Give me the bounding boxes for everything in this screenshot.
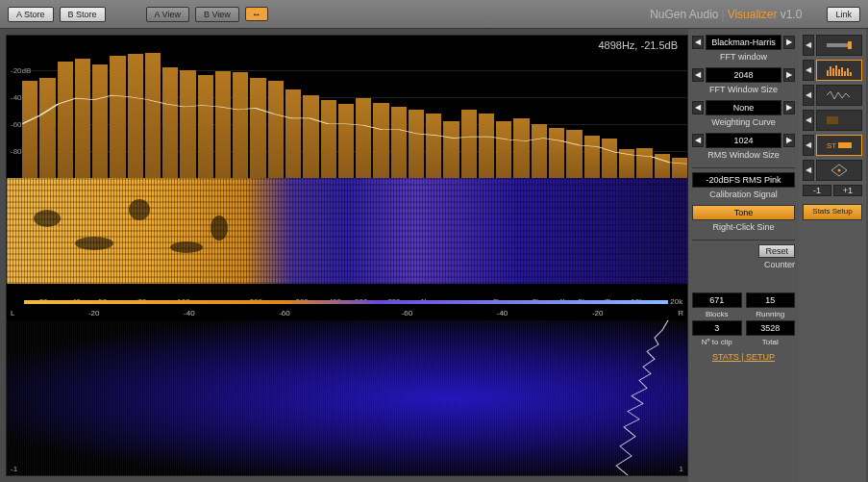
phase-scope[interactable]: -1 1	[7, 320, 687, 475]
fft-window-next[interactable]: ▶	[783, 36, 795, 49]
blocks-value: 671	[692, 292, 742, 308]
tool2-prev[interactable]: ◀	[803, 60, 814, 81]
weighting-label: Weighting Curve	[692, 117, 795, 127]
rms-size-label: RMS Window Size	[692, 150, 795, 160]
fft-window-label: FFT window	[692, 52, 795, 62]
phase-pos-label: 1	[680, 465, 683, 473]
svg-rect-9	[847, 68, 849, 76]
stats-setup-link[interactable]: STATS | SETUP	[692, 352, 795, 362]
spectrum-view-icon[interactable]	[816, 60, 862, 81]
stereo-meter: L R -20-40-60-60-40-20	[7, 307, 687, 320]
stereo-view-icon[interactable]: ST	[816, 135, 862, 156]
fft-size-field[interactable]: 2048	[706, 67, 781, 83]
svg-rect-13	[838, 142, 852, 148]
link-button[interactable]: Link	[827, 7, 860, 22]
calibration-label: Calibration Signal	[692, 190, 795, 199]
a-view-button[interactable]: A View	[146, 7, 189, 22]
fft-window-field[interactable]: Blackman-Harris	[706, 35, 781, 50]
plus-button[interactable]: +1	[833, 185, 862, 196]
tool4-prev[interactable]: ◀	[803, 110, 814, 131]
tool3-prev[interactable]: ◀	[803, 85, 814, 106]
spectrum-analyzer[interactable]: -20dB -40dB -60dB -80dB 3040507010020030…	[7, 36, 687, 178]
svg-rect-3	[830, 66, 831, 76]
fft-size-prev[interactable]: ◀	[692, 68, 704, 82]
svg-rect-7	[841, 67, 843, 76]
minus-button[interactable]: -1	[803, 185, 831, 196]
phase-view-icon[interactable]	[816, 160, 862, 181]
running-value: 15	[746, 292, 796, 308]
tool6-prev[interactable]: ◀	[803, 160, 814, 181]
title-bar: A Store B Store A View B View ↔ NuGen Au…	[0, 0, 868, 29]
tone-button[interactable]: Tone	[692, 205, 795, 220]
cursor-readout: 4898Hz, -21.5dB	[598, 39, 678, 51]
reset-button[interactable]: Reset	[758, 244, 795, 258]
tool1-prev[interactable]: ◀	[803, 35, 814, 56]
meter-view-icon[interactable]	[816, 35, 862, 56]
svg-rect-12	[827, 116, 838, 124]
total-value: 3528	[746, 320, 796, 336]
fft-window-prev[interactable]: ◀	[692, 36, 704, 49]
view-toolbar: ◀ ◀ ◀ ◀ ◀ ST	[799, 29, 866, 482]
b-store-button[interactable]: B Store	[60, 7, 106, 22]
color-gradient-scale	[24, 300, 668, 304]
stats-grid: 671 15 Blocks Running 3 3528 Nº to clip …	[692, 292, 795, 346]
counter-label: Counter	[692, 260, 795, 269]
tool5-prev[interactable]: ◀	[803, 135, 814, 156]
calibration-field[interactable]: -20dBFS RMS Pink	[692, 172, 795, 188]
svg-rect-1	[848, 41, 852, 49]
peak-hold-line	[22, 36, 687, 178]
stats-setup-button[interactable]: Stats Setup	[803, 204, 862, 220]
svg-rect-4	[832, 68, 834, 76]
rms-size-field[interactable]: 1024	[706, 133, 781, 148]
control-panel: ◀ Blackman-Harris ▶ FFT window ◀ 2048 ▶ …	[688, 29, 799, 482]
svg-rect-2	[827, 70, 829, 76]
spectrogram-view-icon[interactable]	[816, 110, 862, 131]
svg-point-15	[838, 169, 841, 172]
svg-rect-10	[850, 72, 852, 76]
svg-rect-6	[838, 69, 840, 76]
phase-neg-label: -1	[11, 465, 17, 473]
weighting-field[interactable]: None	[706, 100, 781, 115]
svg-rect-8	[844, 71, 846, 76]
fft-size-next[interactable]: ▶	[783, 68, 795, 82]
svg-rect-5	[835, 65, 837, 76]
brand-label: NuGen Audio|Visualizer v1.0	[650, 8, 802, 21]
spectrogram[interactable]	[7, 178, 687, 284]
rms-size-prev[interactable]: ◀	[692, 134, 704, 147]
fft-size-label: FFT Window Size	[692, 85, 795, 94]
weighting-next[interactable]: ▶	[783, 101, 795, 114]
clip-value: 3	[692, 320, 742, 336]
frequency-ruler: 304050701002003004005007001k2k3k4k5k7k10…	[7, 284, 687, 301]
rms-size-next[interactable]: ▶	[783, 134, 795, 147]
weighting-prev[interactable]: ◀	[692, 101, 704, 114]
b-view-button[interactable]: B View	[195, 7, 239, 22]
sine-label: Right-Click Sine	[692, 222, 795, 232]
waveform-view-icon[interactable]	[816, 85, 862, 106]
a-store-button[interactable]: A Store	[8, 7, 54, 22]
visualizer-canvas: 4898Hz, -21.5dB -20dB -40dB -60dB -80dB …	[6, 35, 688, 476]
swap-button[interactable]: ↔	[245, 7, 268, 21]
